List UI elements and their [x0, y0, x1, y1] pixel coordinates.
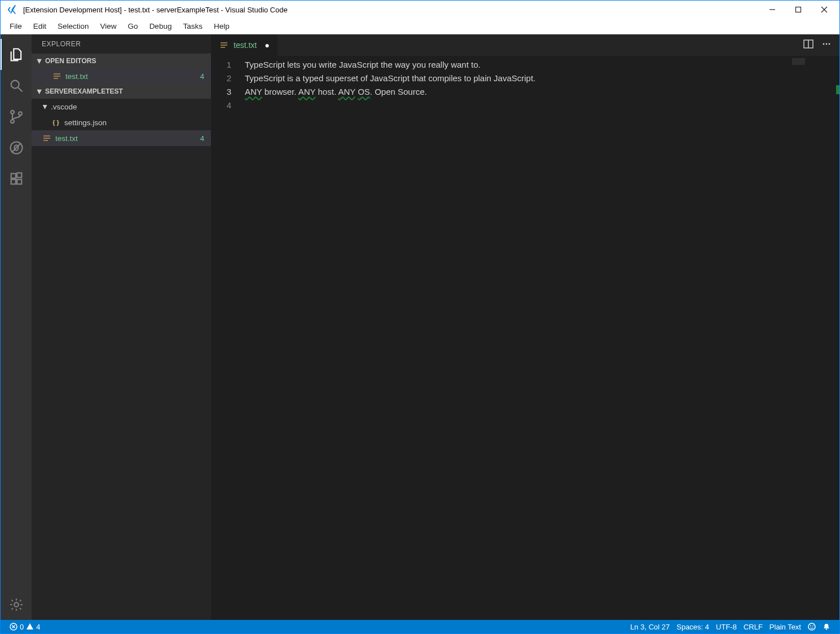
code-line[interactable]: TypeScript is a typed superset of JavaSc… [245, 72, 839, 85]
menu-bar: FileEditSelectionViewGoDebugTasksHelp [1, 19, 839, 34]
svg-rect-15 [17, 173, 21, 177]
title-bar: [Extension Development Host] - test.txt … [1, 1, 839, 19]
open-editor-item[interactable]: test.txt4 [32, 68, 211, 84]
svg-point-8 [19, 112, 22, 115]
status-indent[interactable]: Spaces: 4 [673, 620, 713, 633]
tab-test-txt[interactable]: test.txt [211, 34, 278, 56]
status-feedback[interactable] [804, 620, 819, 633]
workspace-header[interactable]: ▶ SERVEREXAMPLETEST [32, 84, 211, 99]
line-number: 2 [211, 72, 231, 85]
svg-rect-12 [11, 173, 15, 178]
diagnostic-count: 4 [200, 72, 204, 81]
activity-bar [1, 34, 32, 620]
tree-item-label: settings.json [64, 118, 211, 127]
split-editor-icon [803, 39, 813, 49]
status-notifications[interactable] [819, 620, 834, 633]
svg-point-36 [812, 626, 813, 627]
window-title: [Extension Development Host] - test.txt … [23, 6, 288, 14]
svg-point-37 [826, 628, 827, 629]
code-line[interactable] [245, 99, 839, 112]
gear-icon [9, 597, 24, 612]
line-number: 1 [211, 58, 231, 72]
vscode-logo-icon [7, 4, 19, 15]
open-editors-label: OPEN EDITORS [45, 57, 96, 65]
svg-rect-1 [796, 7, 801, 12]
warning-count: 4 [36, 623, 40, 631]
activity-debug[interactable] [1, 132, 32, 163]
activity-explorer[interactable] [1, 39, 32, 70]
split-editor-button[interactable] [803, 39, 813, 51]
minimap[interactable] [790, 56, 839, 620]
status-cursor[interactable]: Ln 3, Col 27 [627, 620, 673, 633]
svg-line-5 [18, 87, 22, 91]
activity-settings[interactable] [1, 589, 32, 620]
warning-icon [26, 623, 34, 631]
activity-extensions[interactable] [1, 163, 32, 194]
sidebar-title: EXPLORER [32, 34, 211, 54]
git-branch-icon [8, 109, 24, 125]
chevron-down-icon: ▶ [42, 103, 49, 110]
svg-point-4 [11, 80, 19, 88]
bell-icon [823, 623, 830, 631]
code-line[interactable]: TypeScript lets you write JavaScript the… [245, 58, 839, 72]
open-editor-label: test.txt [65, 72, 200, 81]
menu-item-selection[interactable]: Selection [52, 20, 95, 33]
window-maximize-button[interactable] [785, 1, 811, 19]
ellipsis-icon [821, 39, 832, 49]
line-number: 4 [211, 99, 231, 112]
svg-rect-14 [17, 179, 21, 184]
svg-point-35 [810, 626, 811, 627]
status-problems[interactable]: 0 4 [6, 620, 43, 633]
line-number-gutter: 1234 [211, 56, 239, 620]
activity-source-control[interactable] [1, 101, 32, 132]
files-icon [8, 47, 24, 63]
svg-point-6 [11, 110, 14, 113]
search-icon [8, 78, 24, 94]
error-count: 0 [20, 623, 24, 631]
svg-point-28 [823, 43, 825, 45]
workspace-label: SERVEREXAMPLETEST [45, 87, 123, 95]
menu-item-go[interactable]: Go [122, 20, 144, 33]
svg-point-30 [829, 43, 830, 45]
json-file-icon: { } [51, 117, 61, 127]
line-number: 3 [211, 85, 231, 99]
editor-content[interactable]: TypeScript lets you write JavaScript the… [239, 56, 839, 620]
open-editors-header[interactable]: ▶ OPEN EDITORS [32, 54, 211, 68]
tree-item-label: .vscode [51, 103, 211, 111]
chevron-down-icon: ▶ [37, 56, 43, 65]
svg-point-34 [808, 623, 815, 630]
status-encoding[interactable]: UTF-8 [713, 620, 740, 633]
editor-body[interactable]: 1234 TypeScript lets you write JavaScrip… [211, 56, 839, 620]
activity-search[interactable] [1, 70, 32, 101]
extensions-icon [8, 171, 24, 187]
overview-ruler [836, 56, 839, 620]
svg-point-29 [826, 43, 828, 45]
status-eol[interactable]: CRLF [740, 620, 766, 633]
svg-rect-13 [11, 179, 15, 184]
svg-point-7 [11, 120, 14, 123]
editor-area: test.txt 1234 TypeScript lets you write … [211, 34, 839, 620]
status-language[interactable]: Plain Text [766, 620, 804, 633]
menu-item-edit[interactable]: Edit [28, 20, 52, 33]
no-bug-icon [8, 140, 24, 156]
tab-bar: test.txt [211, 34, 839, 56]
tree-file[interactable]: { }settings.json [32, 115, 211, 130]
menu-item-tasks[interactable]: Tasks [177, 20, 208, 33]
code-line[interactable]: ANY browser. ANY host. ANY OS. Open Sour… [245, 85, 839, 99]
tree-file[interactable]: test.txt4 [32, 130, 211, 146]
menu-item-help[interactable]: Help [208, 20, 235, 33]
menu-item-view[interactable]: View [95, 20, 122, 33]
window-minimize-button[interactable] [759, 1, 785, 19]
tab-label: test.txt [234, 41, 257, 50]
text-file-icon [219, 40, 229, 50]
menu-item-file[interactable]: File [4, 20, 28, 33]
tab-dirty-close-icon[interactable] [265, 40, 269, 50]
sidebar-explorer: EXPLORER ▶ OPEN EDITORS test.txt4 ▶ SERV… [32, 34, 211, 620]
error-icon [10, 623, 17, 631]
menu-item-debug[interactable]: Debug [144, 20, 178, 33]
chevron-down-icon: ▶ [37, 87, 43, 96]
more-actions-button[interactable] [821, 39, 832, 51]
window-close-button[interactable] [811, 1, 837, 19]
svg-point-16 [14, 602, 19, 607]
tree-folder[interactable]: ▶.vscode [32, 99, 211, 115]
